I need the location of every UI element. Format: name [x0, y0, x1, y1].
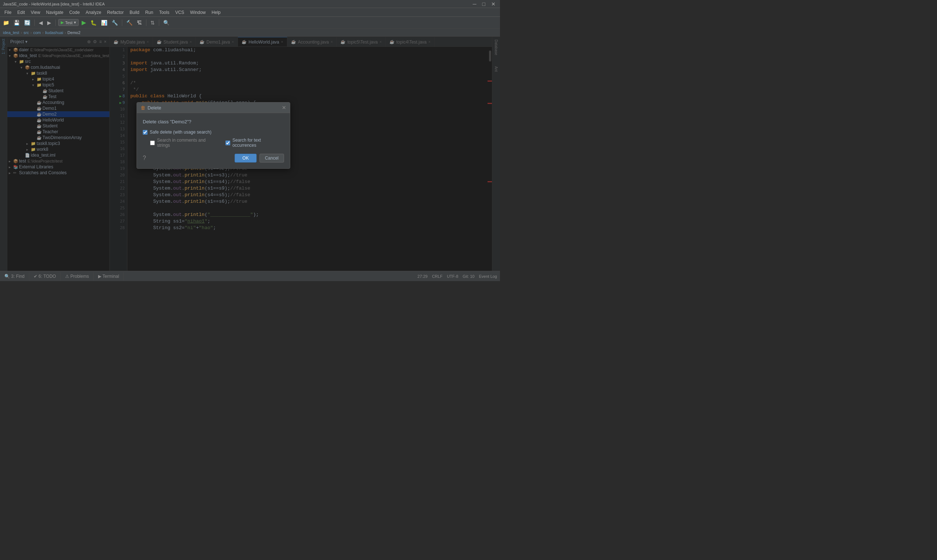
find-tool-tab[interactable]: 🔍 3: Find [0, 272, 29, 280]
dialog-icon: 🗑 [140, 105, 145, 111]
minimize-button[interactable]: ─ [471, 1, 478, 7]
wrench-button[interactable]: 🔨 [125, 19, 134, 26]
breadcrumb-com[interactable]: com [33, 31, 41, 35]
run-button[interactable]: ▶ [80, 18, 88, 27]
menu-refactor[interactable]: Refactor [104, 9, 127, 16]
dialog-button-group: OK Cancel [235, 154, 284, 163]
debug-button[interactable]: 🐛 [89, 19, 98, 26]
dialog-overlay: 🗑 Delete ✕ Delete class "Demo2"? Safe de… [0, 37, 500, 271]
run-config-label: Test [65, 20, 72, 25]
git-button[interactable]: ⇅ [149, 19, 156, 26]
terminal-tool-tab[interactable]: ▶ Terminal [94, 272, 124, 280]
forward-button[interactable]: ▶ [46, 19, 53, 26]
breadcrumb-idea-test[interactable]: idea_test [3, 31, 19, 35]
problems-tool-tab[interactable]: ⚠ Problems [61, 272, 94, 280]
save-button[interactable]: 💾 [12, 19, 21, 26]
dialog-buttons: ? OK Cancel [143, 154, 284, 163]
sync-button[interactable]: 🔄 [23, 19, 32, 26]
breadcrumb-src[interactable]: src [23, 31, 29, 35]
todo-tool-tab[interactable]: ✔ 6: TODO [29, 272, 61, 280]
dialog-ok-button[interactable]: OK [235, 154, 256, 163]
menu-tools[interactable]: Tools [156, 9, 172, 16]
title-bar: JavaSE_code - HelloWorld.java [idea_test… [0, 0, 500, 8]
safe-delete-row: Safe delete (with usage search) [143, 129, 284, 135]
run-config-selector[interactable]: ▶ Test ▾ [58, 19, 79, 26]
run-config-icon: ▶ [61, 20, 64, 25]
menu-help[interactable]: Help [209, 9, 224, 16]
crlf-indicator[interactable]: CRLF [432, 274, 443, 278]
menu-run[interactable]: Run [142, 9, 156, 16]
dialog-question-text: Delete class "Demo2"? [143, 119, 284, 125]
chevron-down-icon: ▾ [74, 20, 76, 25]
git-indicator: Git: 10 [463, 274, 474, 278]
menu-analyze[interactable]: Analyze [83, 9, 104, 16]
menu-navigate[interactable]: Navigate [43, 9, 66, 16]
status-right: 27:29 CRLF UTF-8 Git: 10 Event Log [418, 274, 500, 278]
back-button[interactable]: ◀ [37, 19, 44, 26]
window-controls: ─ □ ✕ [471, 1, 497, 7]
toolbar: 📁 💾 🔄 ◀ ▶ ▶ Test ▾ ▶ 🐛 📊 🔧 🔨 🏗 ⇅ 🔍 [0, 17, 500, 29]
main-area: 1: Project Project ▾ ⊕ ⚙ ≡ × ▾ 📦 daier E… [0, 37, 500, 271]
menu-build[interactable]: Build [127, 9, 142, 16]
delete-dialog: 🗑 Delete ✕ Delete class "Demo2"? Safe de… [137, 102, 290, 169]
toolbar-separator-2 [55, 19, 55, 26]
menu-code[interactable]: Code [66, 9, 83, 16]
dialog-cancel-button[interactable]: Cancel [260, 154, 284, 163]
window-title: JavaSE_code - HelloWorld.java [idea_test… [3, 2, 105, 6]
toolbar-separator-1 [34, 19, 35, 26]
open-button[interactable]: 📁 [2, 19, 11, 26]
menu-edit[interactable]: Edit [14, 9, 28, 16]
safe-delete-label: Safe delete (with usage search) [150, 129, 212, 135]
dialog-title-bar: 🗑 Delete ✕ [137, 103, 290, 113]
toolbar-separator-5 [159, 19, 159, 26]
breadcrumb-demo2[interactable]: Demo2 [67, 31, 80, 35]
build-button[interactable]: 🏗 [135, 19, 143, 26]
close-button[interactable]: ✕ [490, 1, 497, 7]
breadcrumb: idea_test › src › com › liudashuai › Dem… [0, 29, 500, 37]
safe-delete-checkbox[interactable] [143, 130, 148, 135]
breadcrumb-liudashuai[interactable]: liudashuai [45, 31, 63, 35]
line-col-indicator: 27:29 [418, 274, 428, 278]
profile-button[interactable]: 🔧 [110, 19, 119, 26]
dialog-help-button[interactable]: ? [143, 155, 146, 162]
menu-bar: File Edit View Navigate Code Analyze Ref… [0, 8, 500, 17]
search-comments-checkbox[interactable] [150, 140, 155, 145]
search-everywhere-button[interactable]: 🔍 [162, 19, 171, 26]
encoding-indicator[interactable]: UTF-8 [447, 274, 458, 278]
toolbar-separator-4 [146, 19, 146, 26]
dialog-title: 🗑 Delete [140, 105, 162, 111]
search-comments-row: Search in comments and strings Search fo… [143, 138, 284, 148]
coverage-button[interactable]: 📊 [100, 19, 109, 26]
maximize-button[interactable]: □ [481, 1, 487, 7]
event-log-button[interactable]: Event Log [479, 274, 497, 278]
dialog-body: Delete class "Demo2"? Safe delete (with … [137, 113, 290, 168]
menu-vcs[interactable]: VCS [172, 9, 188, 16]
dialog-close-button[interactable]: ✕ [282, 105, 286, 111]
dialog-title-text: Delete [148, 105, 162, 111]
search-text-label: Search for text occurrences [232, 138, 284, 148]
bottom-toolbar: 🔍 3: Find ✔ 6: TODO ⚠ Problems ▶ Termina… [0, 271, 500, 281]
search-comments-label: Search in comments and strings [157, 138, 217, 148]
toolbar-separator-3 [122, 19, 122, 26]
menu-window[interactable]: Window [187, 9, 209, 16]
search-text-checkbox[interactable] [225, 140, 230, 145]
menu-view[interactable]: View [28, 9, 43, 16]
menu-file[interactable]: File [2, 9, 14, 16]
